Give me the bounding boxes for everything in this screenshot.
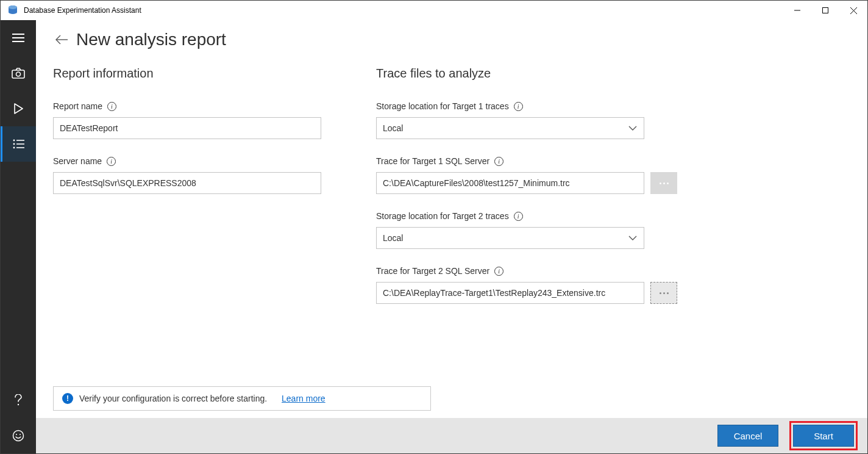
list-icon	[12, 139, 24, 149]
trace-files-heading: Trace files to analyze	[376, 67, 693, 81]
sidebar	[1, 20, 36, 453]
minimize-icon	[794, 7, 800, 13]
svg-point-20	[16, 434, 17, 435]
help-icon	[14, 394, 23, 406]
title-bar: Database Experimentation Assistant	[1, 1, 867, 20]
svg-point-19	[13, 431, 24, 441]
storage1-value: Local	[383, 123, 403, 133]
close-icon	[850, 7, 857, 14]
trace2-input[interactable]	[376, 282, 644, 304]
storage2-label: Storage location for Target 2 traces	[376, 211, 509, 221]
sidebar-feedback-button[interactable]	[1, 418, 36, 453]
svg-rect-3	[823, 8, 828, 13]
info-icon[interactable]: i	[514, 102, 523, 111]
hamburger-icon	[12, 33, 24, 43]
learn-more-link[interactable]: Learn more	[282, 394, 326, 403]
banner-text: Verify your configuration is correct bef…	[79, 394, 267, 403]
cancel-button[interactable]: Cancel	[717, 425, 778, 447]
svg-point-14	[13, 143, 15, 145]
trace1-label: Trace for Target 1 SQL Server	[376, 156, 489, 166]
info-banner: ! Verify your configuration is correct b…	[53, 386, 431, 411]
ellipsis-icon	[660, 182, 669, 184]
trace1-browse-button[interactable]	[650, 172, 677, 194]
close-button[interactable]	[839, 1, 867, 20]
ellipsis-icon	[660, 292, 669, 294]
svg-marker-11	[15, 104, 23, 114]
info-icon[interactable]: i	[107, 102, 116, 111]
sidebar-analysis-button[interactable]	[1, 126, 36, 162]
back-button[interactable]	[53, 31, 70, 48]
sidebar-capture-button[interactable]	[1, 56, 36, 91]
trace1-input[interactable]	[376, 172, 644, 194]
report-info-heading: Report information	[53, 67, 321, 81]
trace2-browse-button[interactable]	[650, 282, 677, 304]
storage2-select[interactable]: Local	[376, 227, 644, 249]
report-name-input[interactable]	[53, 117, 321, 139]
trace2-label: Trace for Target 2 SQL Server	[376, 266, 489, 276]
storage1-select[interactable]: Local	[376, 117, 644, 139]
info-icon[interactable]: i	[514, 212, 523, 221]
app-window: Database Experimentation Assistant	[0, 0, 868, 454]
svg-point-16	[13, 147, 15, 149]
svg-point-18	[18, 404, 19, 405]
info-icon[interactable]: i	[494, 157, 503, 166]
storage1-label: Storage location for Target 1 traces	[376, 101, 509, 111]
camera-icon	[12, 68, 25, 79]
page-header: New analysis report	[36, 20, 867, 52]
page-title: New analysis report	[76, 30, 226, 49]
svg-point-10	[16, 72, 21, 76]
info-icon[interactable]: i	[107, 157, 116, 166]
start-button[interactable]: Start	[793, 425, 854, 447]
maximize-icon	[822, 7, 828, 13]
report-name-label: Report name	[53, 101, 102, 111]
storage2-value: Local	[383, 233, 403, 243]
app-icon	[7, 4, 19, 16]
server-name-input[interactable]	[53, 172, 321, 194]
maximize-button[interactable]	[811, 1, 839, 20]
main-content: New analysis report Report information R…	[36, 20, 867, 453]
sidebar-help-button[interactable]	[1, 383, 36, 418]
back-arrow-icon	[55, 35, 68, 45]
play-icon	[13, 103, 24, 114]
server-name-label: Server name	[53, 156, 102, 166]
start-button-highlight: Start	[789, 421, 858, 450]
sidebar-replay-button[interactable]	[1, 91, 36, 126]
footer-bar: Cancel Start	[36, 418, 867, 453]
svg-point-1	[9, 5, 17, 9]
svg-point-21	[20, 434, 21, 435]
svg-rect-9	[12, 70, 24, 78]
info-icon[interactable]: i	[494, 267, 503, 276]
smiley-icon	[12, 430, 24, 442]
sidebar-menu-button[interactable]	[1, 20, 36, 56]
minimize-button[interactable]	[783, 1, 811, 20]
window-title: Database Experimentation Assistant	[24, 6, 141, 15]
info-badge-icon: !	[62, 393, 73, 404]
svg-point-12	[13, 140, 15, 142]
